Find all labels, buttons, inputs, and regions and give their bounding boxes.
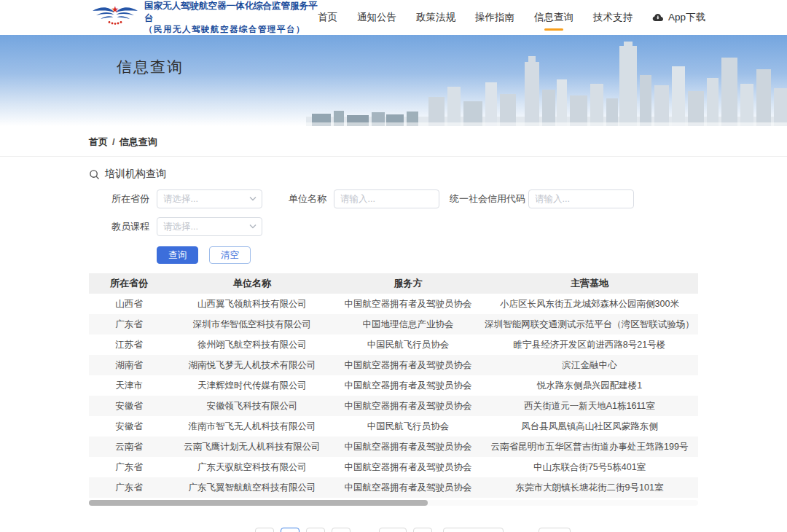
cell-province: 江苏省 — [89, 335, 169, 355]
cell-base: 深圳智能网联交通测试示范平台（湾区智联试验场） — [481, 314, 698, 335]
cell-unit: 徐州翊飞航空科技有限公司 — [169, 335, 335, 355]
platform-title-line2: （民用无人驾驶航空器综合管理平台） — [144, 24, 318, 35]
breadcrumb-current: 信息查询 — [120, 136, 157, 147]
cell-base: 悦水路东侧鼎兴园配建楼1 — [481, 375, 698, 396]
table-row: 江苏省 徐州翊飞航空科技有限公司 中国民航飞行员协会 睢宁县经济开发区前进西路8… — [89, 335, 698, 355]
table-row: 广东省 深圳市华智低空科技有限公司 中国地理信息产业协会 深圳智能网联交通测试示… — [89, 314, 698, 335]
col-header-unit: 单位名称 — [169, 273, 335, 294]
query-button[interactable]: 查询 — [157, 246, 198, 264]
cell-unit: 湖南悦飞梦无人机技术有限公司 — [169, 355, 335, 375]
col-header-service: 服务方 — [335, 273, 481, 294]
jump-page-input[interactable] — [539, 528, 571, 532]
cell-service: 中国航空器拥有者及驾驶员协会 — [335, 375, 481, 396]
app-download-link[interactable]: App下载 — [652, 11, 705, 24]
city-skyline — [306, 40, 787, 126]
cell-province: 广东省 — [89, 314, 169, 335]
page-banner: 信息查询 — [0, 35, 787, 126]
table-row: 湖南省 湖南悦飞梦无人机技术有限公司 中国航空器拥有者及驾驶员协会 滨江金融中心 — [89, 355, 698, 375]
cell-base: 睢宁县经济开发区前进西路8号21号楼 — [481, 335, 698, 355]
cell-base: 西关街道元一新天地A1栋1611室 — [481, 396, 698, 416]
pagination: 共 2703 条 ‹ 1 2 3 ··· 271 › 10 条/页 跳至 页 — [0, 528, 787, 532]
nav-home[interactable]: 首页 — [318, 7, 337, 28]
province-select-placeholder: 请选择... — [163, 193, 198, 206]
unit-name-label: 单位名称 — [289, 192, 326, 206]
page-button-1[interactable]: 1 — [281, 528, 299, 532]
col-header-province: 所在省份 — [89, 273, 169, 294]
table-header-row: 所在省份 单位名称 服务方 主营基地 — [89, 273, 698, 294]
col-header-base: 主营基地 — [481, 273, 698, 294]
cell-service: 中国航空器拥有者及驾驶员协会 — [335, 294, 481, 314]
unit-name-field — [334, 189, 439, 208]
nav-guides[interactable]: 操作指南 — [475, 7, 514, 28]
course-select[interactable]: 请选择... — [157, 217, 262, 236]
course-field: 请选择... — [157, 217, 262, 236]
cell-province: 广东省 — [89, 457, 169, 477]
search-icon — [89, 169, 100, 180]
cell-province: 安徽省 — [89, 416, 169, 437]
nav-notices[interactable]: 通知公告 — [357, 7, 396, 28]
clear-button[interactable]: 清空 — [209, 246, 251, 264]
table-row: 山西省 山西翼飞领航科技有限公司 中国航空器拥有者及驾驶员协会 小店区长风东街五… — [89, 294, 698, 314]
horizontal-scrollbar-thumb[interactable] — [89, 500, 428, 506]
cell-service: 中国地理信息产业协会 — [335, 314, 481, 335]
cell-service: 中国民航飞行员协会 — [335, 335, 481, 355]
cell-base: 中山东联合街75号5栋401室 — [481, 457, 698, 477]
cell-service: 中国民航飞行员协会 — [335, 416, 481, 437]
search-form-row-1: 所在省份 请选择... 单位名称 统一社会信用代码 — [89, 189, 787, 208]
breadcrumb-home[interactable]: 首页 — [89, 136, 108, 147]
cell-province: 湖南省 — [89, 355, 169, 375]
cell-service: 中国航空器拥有者及驾驶员协会 — [335, 457, 481, 477]
top-header: ★ 国家无人驾驶航空器一体化综合监管服务平台 （民用无人驾驶航空器综合管理平台）… — [0, 0, 787, 35]
platform-title-line1: 国家无人驾驶航空器一体化综合监管服务平台 — [144, 0, 318, 24]
horizontal-scrollbar-track[interactable] — [89, 500, 698, 506]
table-row: 安徽省 淮南市智飞无人机科技有限公司 中国民航飞行员协会 凤台县凤凰镇高山社区凤… — [89, 416, 698, 437]
credit-code-input[interactable] — [528, 189, 634, 208]
cell-base: 凤台县凤凰镇高山社区凤蒙路东侧 — [481, 416, 698, 437]
cell-province: 山西省 — [89, 294, 169, 314]
cell-base: 滨江金融中心 — [481, 355, 698, 375]
breadcrumb-separator: / — [112, 136, 115, 147]
unit-name-input[interactable] — [334, 189, 439, 208]
next-page-button[interactable]: › — [413, 528, 432, 532]
cell-unit: 广东天驭航空科技有限公司 — [169, 457, 335, 477]
page-button-3[interactable]: 3 — [332, 528, 351, 532]
nav-policies[interactable]: 政策法规 — [416, 7, 455, 28]
search-form-row-2: 教员课程 请选择... — [89, 217, 787, 236]
cell-unit: 天津辉煌时代传媒有限公司 — [169, 375, 335, 396]
table-row: 天津市 天津辉煌时代传媒有限公司 中国航空器拥有者及驾驶员协会 悦水路东侧鼎兴园… — [89, 375, 698, 396]
caac-wings-logo: ★ — [92, 3, 138, 32]
breadcrumb: 首页/信息查询 — [0, 126, 787, 157]
cell-service: 中国航空器拥有者及驾驶员协会 — [335, 477, 481, 498]
province-select[interactable]: 请选择... — [157, 189, 262, 208]
course-label: 教员课程 — [89, 220, 149, 233]
cell-base: 小店区长风东街五龙城郊森林公园南侧300米 — [481, 294, 698, 314]
banner-title: 信息查询 — [117, 57, 184, 77]
cell-service: 中国航空器拥有者及驾驶员协会 — [335, 396, 481, 416]
province-label: 所在省份 — [89, 192, 149, 206]
chevron-down-icon — [249, 224, 257, 230]
svg-text:★: ★ — [111, 4, 120, 15]
main-nav: 首页 通知公告 政策法规 操作指南 信息查询 技术支持 App下载 — [318, 7, 705, 28]
prev-page-button[interactable]: ‹ — [255, 528, 274, 532]
cell-unit: 云南飞鹰计划无人机科技有限公司 — [169, 437, 335, 457]
app-download-label: App下载 — [668, 11, 705, 24]
nav-info-query[interactable]: 信息查询 — [534, 7, 573, 28]
search-buttons: 查询 清空 — [157, 246, 787, 264]
page-size-select[interactable]: 10 条/页 — [443, 528, 504, 532]
table-row: 广东省 广东天驭航空科技有限公司 中国航空器拥有者及驾驶员协会 中山东联合街75… — [89, 457, 698, 477]
table-row: 广东省 广东飞翼智航航空科技有限公司 中国航空器拥有者及驾驶员协会 东莞市大朗镇… — [89, 477, 698, 498]
page-button-2[interactable]: 2 — [306, 528, 325, 532]
results-table: 所在省份 单位名称 服务方 主营基地 山西省 山西翼飞领航科技有限公司 中国航空… — [89, 273, 698, 498]
cell-service: 中国航空器拥有者及驾驶员协会 — [335, 437, 481, 457]
cell-unit: 广东飞翼智航航空科技有限公司 — [169, 477, 335, 498]
cell-province: 云南省 — [89, 437, 169, 457]
course-select-placeholder: 请选择... — [163, 221, 198, 233]
province-field: 请选择... — [157, 189, 262, 208]
nav-support[interactable]: 技术支持 — [593, 7, 633, 28]
cell-province: 广东省 — [89, 477, 169, 498]
cell-province: 天津市 — [89, 375, 169, 396]
chevron-down-icon — [249, 197, 257, 202]
credit-code-label: 统一社会信用代码 — [450, 192, 521, 206]
page-button-last[interactable]: 271 — [379, 528, 407, 532]
credit-code-field — [528, 189, 634, 208]
